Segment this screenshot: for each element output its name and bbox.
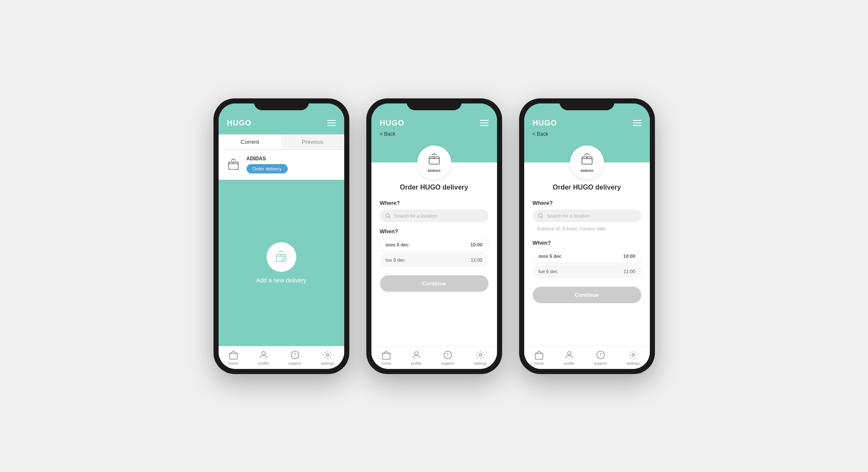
svg-rect-9 xyxy=(382,353,390,359)
nav-profile-2[interactable]: profile xyxy=(411,350,421,366)
date-row-2-phone2[interactable]: tue 6 dec 11:00 xyxy=(380,253,489,267)
settings-icon-3 xyxy=(628,350,638,360)
app-content-1: ADIDAS Order delivery xyxy=(219,150,344,346)
where-label-2: Where? xyxy=(380,200,489,206)
profile-icon-2 xyxy=(411,350,421,360)
nav-home-label-1: home xyxy=(229,361,239,366)
support-icon-1 xyxy=(290,350,300,360)
nav-settings-3[interactable]: settings xyxy=(626,350,640,366)
nav-home-1[interactable]: home xyxy=(228,350,239,366)
svg-point-16 xyxy=(567,352,571,355)
nav-home-2[interactable]: home xyxy=(381,350,391,366)
add-delivery-label: Add a new delivery xyxy=(256,277,306,284)
box-icon-circle-2 xyxy=(427,152,442,167)
hamburger-icon-1[interactable] xyxy=(327,120,336,126)
search-placeholder-3: Search for a location xyxy=(547,213,590,218)
svg-point-6 xyxy=(326,354,329,356)
nav-support-2[interactable]: support xyxy=(441,350,454,366)
nav-settings-label-1: settings xyxy=(321,361,334,366)
phone-1: HUGO Current Previous xyxy=(213,98,349,374)
logo-circle-brand-3: ADIDAS xyxy=(580,169,593,173)
delivery-content-2: Order HUGO delivery Where? Search for a … xyxy=(371,162,497,346)
nav-support-label-2: support xyxy=(441,361,454,366)
nav-settings-2[interactable]: settings xyxy=(474,350,487,366)
tab-current[interactable]: Current xyxy=(219,134,281,149)
search-input-3[interactable]: Search for a location xyxy=(533,209,641,222)
bottom-nav-2: home profile support xyxy=(371,346,497,369)
nav-profile-label-2: profile xyxy=(411,361,421,366)
svg-point-10 xyxy=(415,352,418,355)
hamburger-icon-3[interactable] xyxy=(633,120,641,126)
add-delivery-section[interactable]: Add a new delivery xyxy=(219,180,344,346)
date-row-2-phone3[interactable]: tue 6 dec 11:00 xyxy=(533,265,641,278)
phone-2: HUGO < Back ADIDAS xyxy=(366,98,502,374)
add-delivery-circle xyxy=(267,242,296,272)
app-logo-2: HUGO xyxy=(380,119,405,128)
search-icon-3 xyxy=(538,213,544,219)
nav-support-3[interactable]: support xyxy=(594,350,607,366)
home-icon-2 xyxy=(381,350,391,360)
continue-button-3[interactable]: Continue xyxy=(533,287,641,303)
nav-settings-label-2: settings xyxy=(474,361,487,366)
logo-circle-3: ADIDAS xyxy=(570,145,604,179)
nav-support-label-3: support xyxy=(594,361,607,366)
app-logo-1: HUGO xyxy=(227,119,252,128)
tab-bar-1: Current Previous xyxy=(219,134,344,150)
nav-home-3[interactable]: home xyxy=(534,350,544,366)
location-suggestion-3: Entrance 15, A-huset, Campus Valla xyxy=(533,225,641,233)
home-icon-3 xyxy=(534,350,544,360)
back-button-2[interactable]: < Back xyxy=(380,131,489,137)
nav-settings-label-3: settings xyxy=(626,361,640,366)
home-icon xyxy=(228,350,239,360)
box-icon-circle-3 xyxy=(579,152,595,167)
delivery-title-3: Order HUGO delivery xyxy=(533,184,641,191)
nav-home-label-3: home xyxy=(534,361,544,366)
bottom-nav-1: home profile support xyxy=(219,346,344,369)
nav-settings-1[interactable]: settings xyxy=(321,350,334,366)
search-input-2[interactable]: Search for a location xyxy=(380,209,489,222)
profile-icon-1 xyxy=(258,350,269,360)
continue-button-2[interactable]: Continue xyxy=(380,275,489,292)
box-icon-sm xyxy=(225,156,242,173)
settings-icon-2 xyxy=(475,350,486,360)
order-info: ADIDAS Order delivery xyxy=(247,156,337,173)
nav-profile-label-3: profile xyxy=(564,361,574,366)
settings-icon-1 xyxy=(323,350,333,360)
notch-2 xyxy=(407,98,462,110)
phone-showcase: HUGO Current Previous xyxy=(213,98,655,374)
when-label-3: When? xyxy=(533,240,641,246)
date-row-1-phone3[interactable]: mon 5 dec 10:00 xyxy=(533,249,641,263)
nav-profile-3[interactable]: profile xyxy=(564,350,574,366)
support-icon-3 xyxy=(596,350,606,360)
logo-circle-2: ADIDAS xyxy=(417,145,451,179)
nav-support-1[interactable]: support xyxy=(289,350,301,366)
time-text-2-p2: 11:00 xyxy=(471,257,483,263)
search-icon-2 xyxy=(385,213,391,219)
date-text-1-p3: mon 5 dec xyxy=(539,254,562,259)
app-header-2: HUGO < Back ADIDAS xyxy=(371,103,497,162)
delivery-title-2: Order HUGO delivery xyxy=(380,184,489,191)
app-logo-3: HUGO xyxy=(533,119,557,128)
tab-previous[interactable]: Previous xyxy=(281,134,344,149)
profile-icon-3 xyxy=(564,350,574,360)
date-row-1-phone2[interactable]: mon 5 dec 10:00 xyxy=(380,238,489,251)
order-card: ADIDAS Order delivery xyxy=(219,150,344,180)
svg-point-12 xyxy=(479,354,482,356)
hamburger-icon-2[interactable] xyxy=(480,120,489,126)
time-text-1-p2: 10:00 xyxy=(470,242,482,247)
svg-point-4 xyxy=(262,352,265,355)
date-text-1-p2: mon 5 dec xyxy=(386,242,409,247)
date-text-2-p3: tue 6 dec xyxy=(539,269,558,274)
order-delivery-button[interactable]: Order delivery xyxy=(247,164,288,173)
bottom-nav-3: home profile support xyxy=(524,346,650,369)
where-label-3: Where? xyxy=(533,200,641,206)
delivery-content-3: Order HUGO delivery Where? Search for a … xyxy=(524,162,650,346)
nav-profile-1[interactable]: profile xyxy=(258,350,269,366)
nav-support-label-1: support xyxy=(289,361,301,366)
notch-3 xyxy=(559,98,615,110)
search-placeholder-2: Search for a location xyxy=(394,213,437,218)
app-header-3: HUGO < Back ADIDAS xyxy=(524,103,650,162)
date-text-2-p2: tue 6 dec xyxy=(386,257,405,263)
svg-point-18 xyxy=(632,354,635,356)
back-button-3[interactable]: < Back xyxy=(533,131,641,137)
